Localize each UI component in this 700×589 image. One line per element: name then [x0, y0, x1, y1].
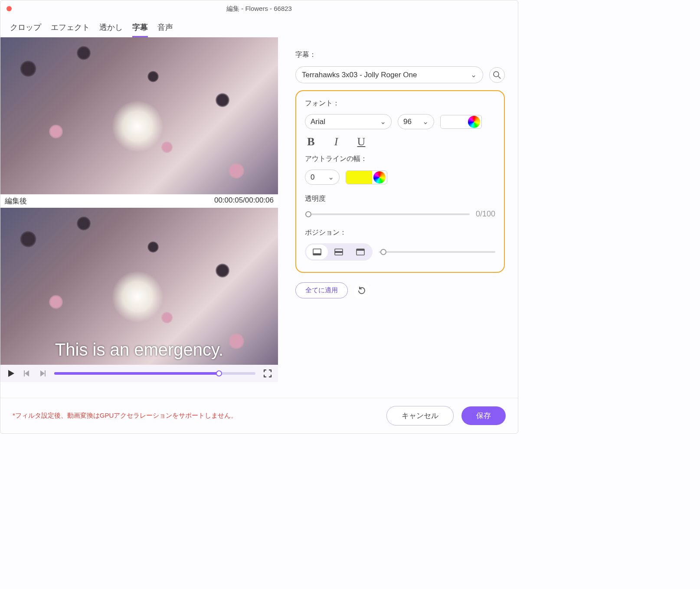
position-thumb[interactable]	[380, 249, 386, 255]
text-color-well[interactable]	[440, 115, 482, 129]
footer-buttons: キャンセル 保存	[386, 406, 506, 425]
svg-rect-0	[24, 370, 25, 376]
step-forward-button[interactable]	[39, 370, 46, 377]
outline-color-swatch	[346, 171, 372, 184]
position-label: ポジション：	[305, 228, 495, 237]
subtitle-file-select[interactable]: Terrahawks 3x03 - Jolly Roger One ⌄	[295, 66, 483, 83]
outline-width-select[interactable]: 0 ⌄	[305, 170, 340, 185]
chevron-down-icon: ⌄	[471, 70, 477, 79]
chevron-down-icon: ⌄	[328, 173, 334, 182]
footer: *フィルタ設定後、動画変換はGPUアクセラレーションをサポートしません。 キャン…	[0, 398, 518, 433]
svg-rect-1	[45, 370, 46, 376]
underline-button[interactable]: U	[355, 135, 367, 148]
font-family-value: Arial	[311, 118, 325, 126]
preview-edited: This is an emergency.	[0, 208, 278, 365]
step-back-button[interactable]	[23, 370, 31, 377]
preview-column: 編集後 00:00:05/00:00:06 This is an emergen…	[0, 37, 278, 398]
tab-audio[interactable]: 音声	[157, 22, 173, 37]
reset-button[interactable]	[354, 283, 370, 298]
opacity-slider[interactable]	[305, 213, 470, 215]
font-size-value: 96	[403, 118, 412, 126]
window-title: 編集 - Flowers - 66823	[226, 5, 292, 13]
search-button[interactable]	[489, 67, 505, 83]
play-button[interactable]	[7, 369, 15, 378]
chevron-down-icon: ⌄	[380, 117, 386, 126]
tab-subtitle[interactable]: 字幕	[132, 22, 148, 37]
position-slider[interactable]	[379, 251, 495, 253]
preview-time: 00:00:05/00:00:06	[214, 196, 274, 206]
subtitle-section-label: 字幕：	[295, 50, 505, 59]
color-wheel-icon	[373, 171, 386, 183]
opacity-label: 透明度	[305, 194, 495, 203]
progress-thumb[interactable]	[216, 370, 222, 376]
tab-bar: クロップ エフェクト 透かし 字幕 音声	[0, 17, 518, 37]
tab-effect[interactable]: エフェクト	[51, 22, 90, 37]
svg-rect-5	[313, 253, 321, 255]
font-size-select[interactable]: 96 ⌄	[398, 114, 434, 129]
svg-rect-9	[357, 249, 364, 251]
preview-original	[0, 37, 278, 194]
save-button[interactable]: 保存	[461, 406, 506, 425]
sun-flare	[111, 100, 164, 152]
subtitle-file-value: Terrahawks 3x03 - Jolly Roger One	[302, 71, 417, 79]
svg-point-2	[494, 72, 499, 77]
sun-flare-2	[111, 271, 164, 323]
fullscreen-button[interactable]	[263, 369, 272, 378]
font-panel: フォント： Arial ⌄ 96 ⌄ B	[295, 90, 505, 273]
position-middle-button[interactable]	[328, 245, 350, 259]
rendered-subtitle: This is an emergency.	[55, 340, 223, 360]
color-wheel-icon	[468, 116, 480, 128]
opacity-value: 0/100	[476, 209, 495, 219]
gpu-warning: *フィルタ設定後、動画変換はGPUアクセラレーションをサポートしません。	[13, 412, 237, 420]
tab-crop[interactable]: クロップ	[10, 22, 41, 37]
italic-button[interactable]: I	[330, 135, 342, 148]
apply-all-button[interactable]: 全てに適用	[295, 282, 348, 298]
position-bottom-button[interactable]	[306, 245, 328, 259]
svg-rect-7	[335, 251, 343, 253]
progress-fill	[54, 372, 219, 375]
outline-width-value: 0	[311, 173, 314, 182]
text-color-swatch	[441, 115, 467, 128]
settings-column: 字幕： Terrahawks 3x03 - Jolly Roger One ⌄ …	[278, 37, 518, 398]
outline-color-well[interactable]	[346, 170, 387, 184]
close-icon[interactable]	[7, 6, 12, 11]
chevron-down-icon: ⌄	[422, 117, 429, 126]
editor-window: 編集 - Flowers - 66823 クロップ エフェクト 透かし 字幕 音…	[0, 0, 518, 434]
position-toggle	[305, 243, 373, 261]
bold-button[interactable]: B	[305, 135, 317, 148]
preview-meta: 編集後 00:00:05/00:00:06	[0, 194, 278, 208]
text-style-row: B I U	[305, 135, 495, 148]
position-top-button[interactable]	[350, 245, 371, 259]
font-label: フォント：	[305, 99, 495, 108]
font-family-select[interactable]: Arial ⌄	[305, 114, 392, 129]
preview-after-label: 編集後	[5, 196, 27, 206]
opacity-thumb[interactable]	[305, 211, 311, 217]
svg-line-3	[498, 76, 500, 79]
player-bar	[0, 365, 278, 382]
tab-watermark[interactable]: 透かし	[99, 22, 123, 37]
body: 編集後 00:00:05/00:00:06 This is an emergen…	[0, 37, 518, 398]
titlebar: 編集 - Flowers - 66823	[0, 0, 518, 17]
cancel-button[interactable]: キャンセル	[386, 406, 454, 425]
progress-slider[interactable]	[54, 372, 255, 375]
outline-label: アウトラインの幅：	[305, 154, 495, 164]
